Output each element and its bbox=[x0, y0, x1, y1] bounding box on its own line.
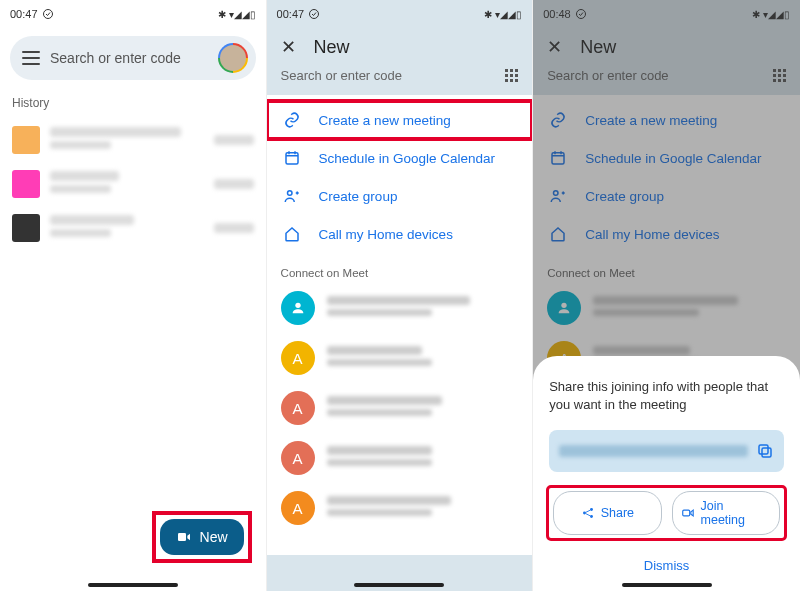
sheet-message: Share this joining info with people that… bbox=[549, 378, 784, 414]
join-label: Join meeting bbox=[701, 499, 771, 527]
video-icon bbox=[176, 529, 192, 545]
contact-avatar bbox=[281, 291, 315, 325]
svg-point-13 bbox=[590, 508, 593, 511]
group-add-icon bbox=[283, 187, 303, 205]
new-meeting-fab[interactable]: New bbox=[160, 519, 244, 555]
svg-rect-1 bbox=[178, 533, 186, 541]
svg-rect-11 bbox=[759, 445, 768, 454]
link-icon bbox=[283, 111, 303, 129]
screen-new-menu: 00:47 ✱ ▾◢◢▯ ✕ New Search or enter code … bbox=[267, 0, 534, 591]
highlight-box: New bbox=[152, 511, 252, 563]
highlight-box: Share Join meeting bbox=[549, 488, 784, 538]
status-bar: 00:47 ✱ ▾◢◢▯ bbox=[0, 0, 266, 26]
title-bar: ✕ New bbox=[267, 26, 533, 68]
join-meeting-button[interactable]: Join meeting bbox=[672, 491, 780, 535]
account-avatar[interactable] bbox=[218, 43, 248, 73]
status-icons: ✱ ▾◢◢▯ bbox=[484, 9, 522, 20]
contact-tile-icon bbox=[12, 170, 40, 198]
menu-icon[interactable] bbox=[22, 51, 40, 65]
contact-row[interactable]: A bbox=[267, 383, 533, 433]
svg-rect-15 bbox=[682, 510, 689, 516]
option-label: Call my Home devices bbox=[319, 227, 453, 242]
svg-point-0 bbox=[43, 10, 52, 19]
svg-point-4 bbox=[287, 191, 292, 196]
bottom-sheet: Share this joining info with people that… bbox=[533, 356, 800, 591]
time-text: 00:47 bbox=[10, 8, 38, 20]
share-icon bbox=[581, 506, 595, 520]
contact-avatar: A bbox=[281, 341, 315, 375]
option-label: Schedule in Google Calendar bbox=[319, 151, 495, 166]
svg-point-12 bbox=[583, 512, 586, 515]
screen-share-sheet: 00:48 ✱ ▾◢◢▯ ✕ New Search or enter code … bbox=[533, 0, 800, 591]
contact-tile-icon bbox=[12, 126, 40, 154]
copy-icon[interactable] bbox=[756, 442, 774, 460]
svg-point-14 bbox=[590, 515, 593, 518]
connect-label: Connect on Meet bbox=[281, 267, 519, 279]
share-label: Share bbox=[601, 506, 634, 520]
status-bar: 00:47 ✱ ▾◢◢▯ bbox=[267, 0, 533, 26]
calendar-icon bbox=[283, 149, 303, 167]
contact-row[interactable] bbox=[267, 283, 533, 333]
nav-bar-handle[interactable] bbox=[622, 583, 712, 587]
search-placeholder: Search or enter code bbox=[281, 68, 402, 83]
search-placeholder: Search or enter code bbox=[50, 50, 208, 66]
search-row[interactable]: Search or enter code bbox=[267, 68, 533, 95]
history-row[interactable] bbox=[0, 206, 266, 250]
history-row[interactable] bbox=[0, 118, 266, 162]
dismiss-button[interactable]: Dismiss bbox=[549, 552, 784, 577]
nav-bar-handle[interactable] bbox=[88, 583, 178, 587]
time-text: 00:47 bbox=[277, 8, 305, 20]
svg-rect-10 bbox=[762, 448, 771, 457]
home-icon bbox=[283, 225, 303, 243]
close-icon[interactable]: ✕ bbox=[281, 36, 296, 58]
fab-label: New bbox=[200, 529, 228, 545]
status-icons: ✱ ▾◢◢▯ bbox=[218, 9, 256, 20]
contact-avatar: A bbox=[281, 391, 315, 425]
contact-avatar: A bbox=[281, 441, 315, 475]
svg-point-2 bbox=[310, 10, 319, 19]
screen-home: 00:47 ✱ ▾◢◢▯ Search or enter code Histor… bbox=[0, 0, 267, 591]
option-label: Create a new meeting bbox=[319, 113, 451, 128]
avatar-letter: A bbox=[293, 450, 303, 467]
contact-tile-icon bbox=[12, 214, 40, 242]
option-label: Create group bbox=[319, 189, 398, 204]
status-time: 00:47 bbox=[277, 8, 321, 20]
svg-point-5 bbox=[295, 303, 300, 308]
svg-rect-3 bbox=[286, 153, 298, 164]
avatar-letter: A bbox=[293, 400, 303, 417]
contact-row[interactable]: A bbox=[267, 433, 533, 483]
nav-bar-handle[interactable] bbox=[354, 583, 444, 587]
option-call-home[interactable]: Call my Home devices bbox=[267, 215, 533, 253]
meeting-link-text bbox=[559, 445, 748, 457]
meeting-link-box[interactable] bbox=[549, 430, 784, 472]
video-icon bbox=[681, 506, 695, 520]
page-title: New bbox=[314, 37, 350, 58]
person-icon bbox=[290, 300, 306, 316]
status-time: 00:47 bbox=[10, 8, 54, 20]
search-bar[interactable]: Search or enter code bbox=[10, 36, 256, 80]
check-circle-icon bbox=[308, 8, 320, 20]
option-schedule-calendar[interactable]: Schedule in Google Calendar bbox=[267, 139, 533, 177]
avatar-letter: A bbox=[293, 350, 303, 367]
option-create-meeting[interactable]: Create a new meeting bbox=[267, 101, 533, 139]
contact-avatar: A bbox=[281, 491, 315, 525]
history-row[interactable] bbox=[0, 162, 266, 206]
dialpad-icon[interactable] bbox=[505, 69, 518, 82]
option-create-group[interactable]: Create group bbox=[267, 177, 533, 215]
contact-row[interactable]: A bbox=[267, 333, 533, 383]
avatar-letter: A bbox=[293, 500, 303, 517]
share-button[interactable]: Share bbox=[553, 491, 661, 535]
contact-row[interactable]: A bbox=[267, 483, 533, 533]
check-circle-icon bbox=[42, 8, 54, 20]
history-label: History bbox=[12, 96, 254, 110]
